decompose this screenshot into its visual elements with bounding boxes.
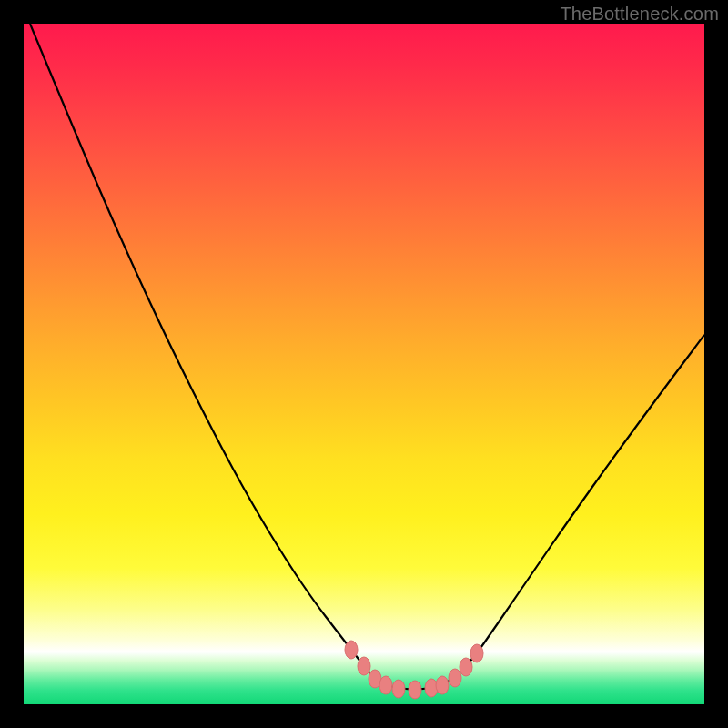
curve-path <box>30 24 704 690</box>
marker-dot <box>409 681 421 699</box>
plot-area <box>24 24 704 704</box>
watermark-text: TheBottleneck.com <box>560 4 719 25</box>
bottleneck-curve-svg <box>24 24 704 704</box>
marker-dot <box>436 676 449 694</box>
chart-frame: TheBottleneck.com <box>0 0 728 728</box>
marker-dot <box>358 657 370 675</box>
marker-dot <box>470 644 483 662</box>
marker-dot <box>392 680 405 698</box>
marker-dot <box>379 676 392 694</box>
marker-dot <box>460 658 472 676</box>
marker-dot <box>345 641 358 659</box>
curve-markers <box>345 641 483 699</box>
bottleneck-curve-line <box>30 24 704 690</box>
marker-dot <box>449 669 461 687</box>
